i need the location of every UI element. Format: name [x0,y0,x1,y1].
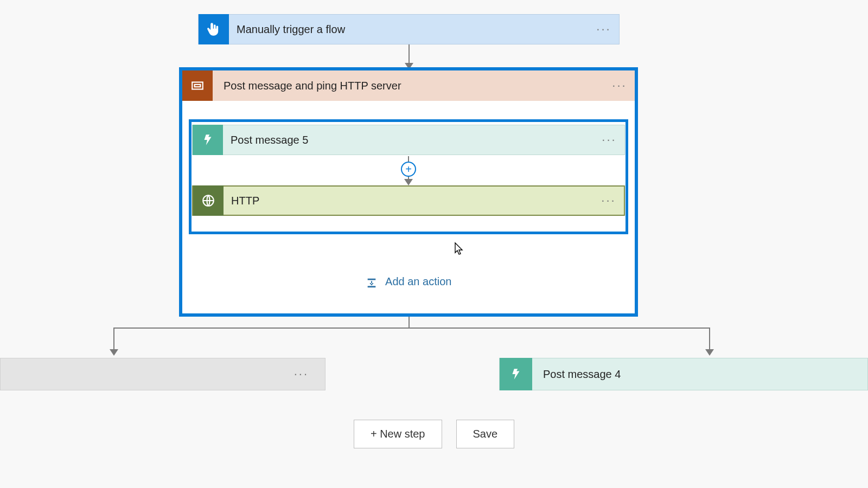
svg-rect-1 [195,85,201,87]
globe-icon [193,185,224,216]
trigger-menu-icon[interactable]: ··· [589,22,619,36]
save-button[interactable]: Save [456,420,515,448]
scope-menu-icon[interactable]: ··· [604,79,635,93]
post-message-5-card[interactable]: Post message 5 ··· [192,125,625,155]
scope-container-selected[interactable]: Post message and ping HTTP server ··· Po… [179,67,638,317]
connector-arrow-icon [110,349,118,356]
svg-rect-3 [367,286,375,287]
post-message-4-card[interactable]: Post message 4 [499,358,868,390]
scope-header[interactable]: Post message and ping HTTP server ··· [182,70,635,101]
manual-trigger-icon [199,14,229,44]
svg-rect-0 [192,82,203,89]
connector-line [409,317,410,328]
footer-toolbar: + New step Save [0,420,868,448]
slack-icon [500,358,532,390]
connector-line [113,328,710,329]
new-step-button[interactable]: + New step [354,420,442,448]
slack-icon [193,125,223,155]
trigger-title: Manually trigger a flow [229,23,589,36]
http-card[interactable]: HTTP ··· [192,185,625,216]
add-step-plus-button[interactable]: + [401,162,416,177]
connector-line [113,328,114,351]
scope-title: Post message and ping HTTP server [213,80,604,92]
post-message-5-menu-icon[interactable]: ··· [594,133,624,147]
http-menu-icon[interactable]: ··· [593,194,624,208]
scope-icon [182,70,213,101]
insert-action-icon [366,277,378,288]
left-branch-card[interactable]: ··· [0,358,326,390]
flow-designer-canvas: Manually trigger a flow ··· Post message… [0,0,868,488]
post-message-4-title: Post message 4 [532,368,621,381]
post-message-5-title: Post message 5 [223,134,594,146]
left-branch-menu-icon[interactable]: ··· [294,367,309,381]
add-action-label: Add an action [385,275,451,287]
connector-arrow-icon [705,349,714,356]
connector-arrow-icon [404,179,413,185]
trigger-card[interactable]: Manually trigger a flow ··· [198,14,620,44]
http-title: HTTP [224,195,593,207]
add-action-link[interactable]: Add an action [182,275,635,288]
connector-line [709,328,710,351]
